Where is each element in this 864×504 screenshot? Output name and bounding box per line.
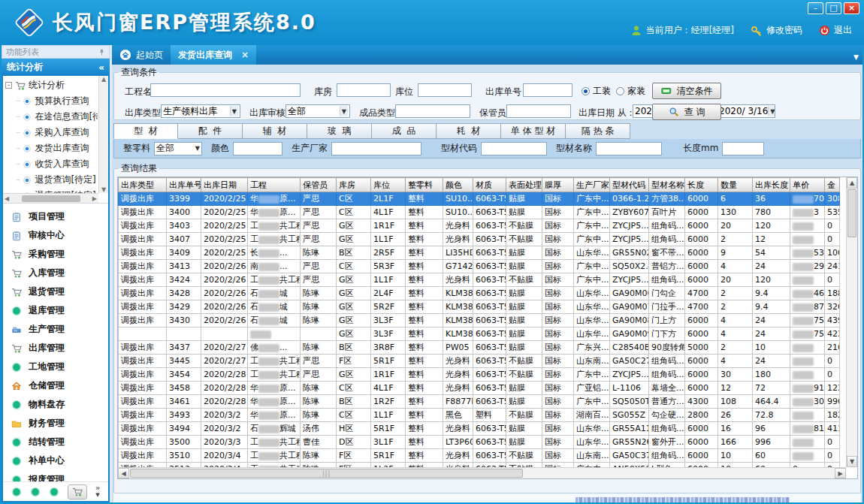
- collapse-icon[interactable]: «: [98, 62, 104, 73]
- whole-part-select[interactable]: 全部▼: [154, 142, 202, 155]
- project-name-input[interactable]: [150, 83, 301, 97]
- sidebar-item-工地管理[interactable]: 工地管理: [3, 358, 108, 376]
- column-header-单价[interactable]: 单价: [790, 178, 825, 192]
- column-header-库位[interactable]: 库位: [371, 178, 406, 192]
- scroll-down-icon[interactable]: ▼: [847, 456, 857, 467]
- column-header-金[interactable]: 金: [825, 178, 840, 192]
- table-row[interactable]: G区3L3F整料KLM38176063-T5贴膜国标山东华...GA90M09.…: [119, 327, 840, 341]
- vertical-scrollbar[interactable]: ▲ ▼: [846, 177, 857, 467]
- column-header-出库类型[interactable]: 出库类型: [119, 178, 167, 192]
- column-header-表面处理[interactable]: 表面处理: [506, 178, 542, 192]
- scroll-up-icon[interactable]: ▲: [847, 177, 857, 189]
- column-header-库房[interactable]: 库房: [337, 178, 371, 192]
- sidebar-item-审核中心[interactable]: 审核中心: [3, 226, 108, 245]
- tree-expander-icon[interactable]: -: [5, 82, 12, 89]
- horizontal-scroll-thumb[interactable]: |||: [130, 469, 523, 478]
- tab-home[interactable]: 起始页: [112, 45, 171, 65]
- cart-shortcut-button[interactable]: [68, 484, 87, 499]
- tabbar-dropdown-icon[interactable]: ▼: [853, 53, 859, 61]
- table-row[interactable]: 调拨出库34582020/2/28华原...陈琳C区4L1F整料光身料6063-…: [119, 382, 840, 395]
- table-row[interactable]: 调拨出库34542020/2/28工共工程严思G区1R1F整料光身料6063-T…: [119, 368, 840, 382]
- tree-item-采购入库查询[interactable]: ┈采购入库查询: [5, 125, 98, 140]
- horizontal-scrollbar[interactable]: ◀ ||| ▶: [118, 467, 846, 478]
- sidebar-item-生产管理[interactable]: 生产管理: [3, 320, 108, 339]
- material-tab-配件[interactable]: 配 件: [178, 123, 243, 139]
- audit-select[interactable]: 全部▼: [285, 104, 350, 118]
- column-header-长度[interactable]: 长度: [685, 178, 718, 192]
- table-row[interactable]: 调拨出库34242020/2/26工共工程严思G区1L1F整料光身料6063-T…: [119, 273, 840, 287]
- outbound-type-select[interactable]: 生产领料出库▼: [161, 104, 240, 118]
- sidebar-item-采购管理[interactable]: 采购管理: [3, 245, 108, 264]
- table-row[interactable]: 调拨出库34372020/2/27佛...陈琳B区3R8F整料PW056063-…: [119, 341, 840, 355]
- sidebar-item-退货管理[interactable]: 退货管理: [3, 282, 108, 301]
- table-row[interactable]: 调拨出库34132020/2/26南...严思C区5R3F整料G71422606…: [119, 260, 840, 273]
- sidebar-section-header[interactable]: 统计分析 «: [2, 59, 110, 76]
- column-header-出库单号[interactable]: 出库单号: [167, 178, 201, 192]
- date-to-picker[interactable]: 2020/ 3/16▼: [717, 104, 775, 118]
- sidebar-item-财务管理[interactable]: 财务管理: [3, 414, 108, 433]
- column-header-保管员[interactable]: 保管员: [301, 178, 337, 192]
- table-row[interactable]: 调拨出库35102020/3/4工共工程陈琳F区5R1F整料光身料6063-T5…: [119, 449, 840, 463]
- warehouse-input[interactable]: [337, 83, 391, 97]
- sidebar-item-补单中心[interactable]: 补单中心: [3, 451, 108, 470]
- scroll-left-icon[interactable]: ◀: [118, 468, 129, 478]
- column-header-材质[interactable]: 材质: [473, 178, 506, 192]
- column-header-出库长度[interactable]: 出库长度: [753, 178, 790, 192]
- tree-horizontal-scrollbar[interactable]: ◀▶: [3, 193, 98, 203]
- sidebar-item-出库管理[interactable]: 出库管理: [3, 339, 108, 358]
- color-input[interactable]: [233, 142, 282, 155]
- quick-dot-icon[interactable]: [11, 487, 22, 497]
- table-row[interactable]: 调拨出库34092020/2/25长...陈琳B区2R5F整料LI35HD606…: [119, 246, 840, 260]
- column-header-膜厚[interactable]: 膜厚: [542, 178, 574, 192]
- tree-root[interactable]: -统计分析: [5, 77, 98, 93]
- material-tab-单体型材[interactable]: 单 体 型 材: [501, 123, 566, 139]
- tree-item-预算执行查询[interactable]: ┈预算执行查询: [5, 93, 98, 109]
- column-header-生产厂家[interactable]: 生产厂家: [574, 178, 610, 192]
- table-row[interactable]: 调拨出库34032020/2/25工共工程严思G区1R1F整料光身料6063-T…: [119, 219, 840, 233]
- close-button[interactable]: ×: [844, 2, 859, 14]
- order-no-input[interactable]: [523, 83, 572, 97]
- table-row[interactable]: 调拨出库33992020/2/25华原...严思C区2L1F整料SU10...6…: [119, 192, 840, 206]
- tree-item-退库管理[待定][interactable]: ┈退库管理[待定]: [5, 188, 98, 193]
- more-chevron[interactable]: »▼: [95, 485, 101, 498]
- material-tab-成品[interactable]: 成 品: [372, 123, 437, 139]
- keeper-input[interactable]: [506, 104, 571, 118]
- radio-home[interactable]: 家装: [616, 85, 645, 98]
- maximize-button[interactable]: □: [826, 2, 841, 14]
- search-button[interactable]: 查 询: [652, 104, 721, 120]
- profile-name-input[interactable]: [596, 142, 662, 155]
- tree-item-收货入库查询[interactable]: ┈收货入库查询: [5, 156, 98, 172]
- column-header-整零料[interactable]: 整零料: [406, 178, 443, 192]
- column-header-工程[interactable]: 工程: [248, 178, 301, 192]
- table-row[interactable]: 调拨出库34452020/2/27工共工程严思F区5R1F整料光身料6063-T…: [119, 355, 840, 368]
- table-row[interactable]: 调拨出库34282020/2/26石城陈琳G区2L4F整料KLM38176063…: [119, 287, 840, 300]
- column-header-数量[interactable]: 数量: [718, 178, 753, 192]
- material-tab-辅材[interactable]: 辅 材: [243, 123, 307, 139]
- quick-dot-icon[interactable]: [49, 487, 59, 497]
- sidebar-item-报废管理[interactable]: 报废管理: [3, 470, 108, 481]
- tree-vertical-scrollbar[interactable]: ▲▼: [98, 76, 108, 193]
- location-input[interactable]: [418, 83, 472, 97]
- quick-dot-icon[interactable]: [30, 487, 41, 497]
- table-row[interactable]: 调拨出库34612020/2/28华原...陈琳B区1R2F整料F8877FT6…: [119, 395, 840, 409]
- product-type-input[interactable]: [395, 104, 470, 118]
- sidebar-item-物料盘存[interactable]: 物料盘存: [3, 395, 108, 414]
- radio-industrial[interactable]: 工装: [582, 85, 611, 98]
- sidebar-item-结转管理[interactable]: 结转管理: [3, 433, 108, 451]
- material-tab-玻璃[interactable]: 玻 璃: [307, 123, 372, 139]
- tab-shipment-query[interactable]: 发货出库查询 ×: [171, 45, 256, 65]
- table-row[interactable]: 调拨出库34072020/2/25工共工程严思G区1L1F整料光身料6063-T…: [119, 233, 840, 246]
- column-header-型材代码[interactable]: 型材代码: [610, 178, 649, 192]
- material-tab-耗材[interactable]: 耗 材: [437, 123, 501, 139]
- minimize-button[interactable]: –: [808, 2, 823, 14]
- tree-item-退货查询[待定][interactable]: ┈退货查询[待定]: [5, 172, 98, 188]
- scroll-right-icon[interactable]: ▶: [835, 468, 846, 478]
- table-row[interactable]: 调拨出库35002020/3/3工共工程曹佳D区3L1F整料LT3P606063…: [119, 436, 840, 449]
- logout-button[interactable]: 退出: [819, 24, 852, 37]
- table-row[interactable]: 调拨出库34942020/3/2石辉城汤伟H区5R1F整料光身料6063-T5贴…: [119, 422, 840, 436]
- material-tab-型材[interactable]: 型 材: [113, 123, 178, 139]
- sidebar-item-退库管理[interactable]: 退库管理: [3, 301, 108, 320]
- sidebar-item-入库管理[interactable]: 入库管理: [3, 264, 108, 282]
- column-header-型材名称[interactable]: 型材名称: [649, 178, 685, 192]
- profile-code-input[interactable]: [481, 142, 547, 155]
